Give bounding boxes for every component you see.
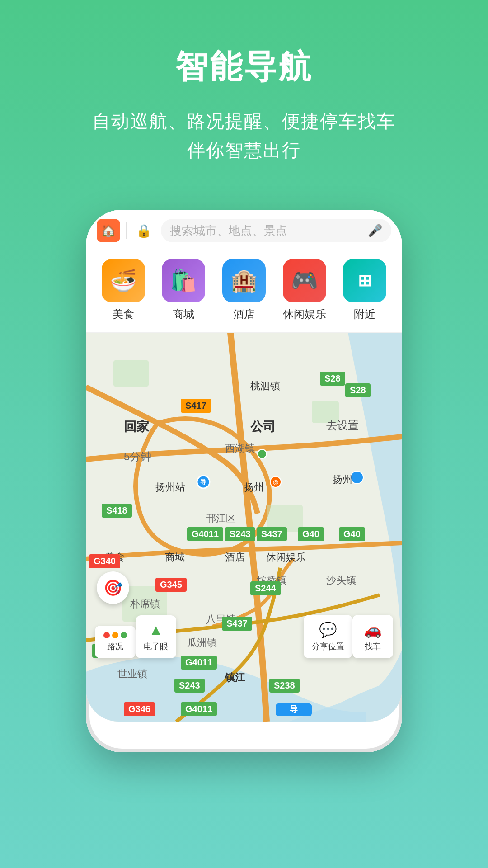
map-label-xihuzhen: 西湖镇 — [225, 442, 255, 455]
badge-s417: S417 — [181, 399, 211, 413]
map-area[interactable]: 导 ◎ 导 桃泗镇 回家 公司 — [86, 333, 402, 722]
map-label-shop2: 商城 — [165, 551, 185, 564]
search-input[interactable]: 搜索城市、地点、景点 🎤 — [161, 219, 391, 242]
search-placeholder: 搜索城市、地点、景点 — [170, 223, 363, 239]
svg-rect-0 — [113, 360, 149, 387]
svg-text:导: 导 — [200, 478, 206, 486]
dot-green — [121, 632, 127, 638]
page-title: 智能导航 — [36, 45, 452, 89]
microphone-icon[interactable]: 🎤 — [368, 224, 382, 238]
share-location-button[interactable]: 💬 分享位置 — [304, 615, 352, 658]
svg-text:导: 导 — [290, 705, 298, 714]
badge-s238: S238 — [269, 679, 300, 693]
badge-g340: G340 — [89, 554, 120, 568]
svg-text:◎: ◎ — [273, 478, 278, 486]
share-label: 分享位置 — [312, 641, 344, 652]
dot-red — [103, 632, 110, 638]
map-label-shatouzhen: 沙头镇 — [326, 574, 356, 587]
category-nearby[interactable]: ⊞ 附近 — [342, 259, 387, 321]
hotel-label: 酒店 — [233, 307, 255, 321]
svg-point-8 — [351, 471, 363, 484]
phone-inner: 🏠 🔒 搜索城市、地点、景点 🎤 🍜 美食 🛍️ 商城 — [86, 210, 402, 722]
entertainment-icon: 🎮 — [283, 259, 326, 302]
map-label-company: 公司 — [250, 418, 276, 435]
divider — [126, 222, 127, 239]
map-label-ent2: 休闲娱乐 — [266, 551, 306, 564]
category-row: 🍜 美食 🛍️ 商城 🏨 酒店 🎮 休闲娱乐 ⊞ 附近 — [86, 250, 402, 333]
map-label-hanjiangqu: 邗江区 — [206, 512, 236, 525]
badge-g4011c: G4011 — [181, 702, 217, 716]
badge-s28a: S28 — [320, 372, 345, 386]
badge-s418: S418 — [102, 504, 132, 518]
phone-frame: 🏠 🔒 搜索城市、地点、景点 🎤 🍜 美食 🛍️ 商城 — [86, 210, 402, 752]
shop-icon: 🛍️ — [162, 259, 205, 302]
electronic-eye-icon: ▲ — [149, 622, 163, 638]
find-car-button[interactable]: 🚗 找车 — [352, 615, 393, 658]
map-label-home: 回家 — [124, 418, 149, 435]
location-fab[interactable]: 🎯 — [97, 571, 129, 604]
badge-s28b: S28 — [345, 383, 371, 397]
map-label-puxizhen: 朴席镇 — [130, 597, 160, 611]
badge-g40a: G40 — [298, 527, 324, 541]
badge-s244: S244 — [250, 581, 281, 595]
electronic-eye-button[interactable]: ▲ 电子眼 — [136, 615, 176, 658]
map-label-zhenjiang: 镇江 — [225, 671, 245, 684]
badge-s243a: S243 — [225, 527, 255, 541]
entertainment-label: 休闲娱乐 — [283, 307, 326, 321]
map-label-taosizhen: 桃泗镇 — [250, 379, 280, 393]
category-entertainment[interactable]: 🎮 休闲娱乐 — [282, 259, 327, 321]
car-icon: 🚗 — [364, 621, 382, 638]
badge-s243b: S243 — [174, 679, 205, 693]
nearby-label: 附近 — [354, 307, 375, 321]
map-label-shiyezhen: 世业镇 — [117, 667, 147, 681]
badge-g40b: G40 — [339, 527, 365, 541]
category-food[interactable]: 🍜 美食 — [101, 259, 146, 321]
map-label-time: 5分钟 — [124, 449, 151, 464]
category-hotel[interactable]: 🏨 酒店 — [221, 259, 267, 321]
badge-g345: G345 — [155, 578, 187, 592]
badge-g4011a: G4011 — [187, 527, 223, 541]
map-label-hotel2: 酒店 — [225, 551, 245, 564]
find-car-label: 找车 — [365, 641, 381, 652]
traffic-label: 路况 — [107, 641, 123, 652]
traffic-dots — [103, 632, 127, 638]
map-label-yangzhou2: 扬州 — [333, 473, 352, 486]
shop-label: 商城 — [173, 307, 194, 321]
page-subtitle: 自动巡航、路况提醒、便捷停车找车 伴你智慧出行 — [36, 107, 452, 165]
category-shop[interactable]: 🛍️ 商城 — [161, 259, 206, 321]
electronic-eye-label: 电子眼 — [144, 641, 168, 652]
search-bar-area: 🏠 🔒 搜索城市、地点、景点 🎤 — [86, 210, 402, 250]
map-label-yangzhoustation: 扬州站 — [155, 481, 185, 494]
food-label: 美食 — [113, 307, 134, 321]
hotel-icon: 🏨 — [222, 259, 266, 302]
badge-g346: G346 — [124, 702, 155, 716]
map-label-yangzhou: 扬州 — [244, 481, 264, 494]
traffic-button[interactable]: 路况 — [95, 626, 136, 658]
lock-button[interactable]: 🔒 — [132, 219, 155, 242]
header-section: 智能导航 自动巡航、路况提醒、便捷停车找车 伴你智慧出行 — [0, 0, 488, 192]
phone-mockup: 🏠 🔒 搜索城市、地点、景点 🎤 🍜 美食 🛍️ 商城 — [86, 210, 402, 752]
map-label-settings: 去设置 — [326, 418, 359, 433]
float-bottom-buttons: 路况 ▲ 电子眼 💬 分享位置 — [86, 615, 402, 658]
food-icon: 🍜 — [102, 259, 145, 302]
home-button[interactable]: 🏠 — [97, 219, 120, 242]
nearby-icon: ⊞ — [343, 259, 386, 302]
share-icon: 💬 — [319, 621, 337, 638]
dot-orange — [112, 632, 118, 638]
svg-point-9 — [258, 449, 267, 458]
badge-s437a: S437 — [257, 527, 287, 541]
